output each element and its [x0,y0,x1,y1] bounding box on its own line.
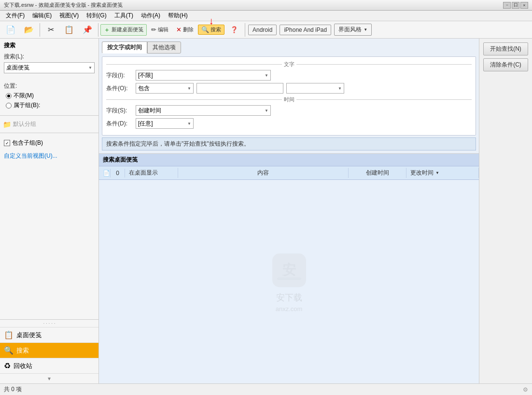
sidebar-search-dropdown[interactable]: 桌面便笺 ▼ [4,62,95,73]
search-status-hint: 搜索条件指定完毕后，请单击"开始查找"按钮执行搜索。 [102,137,476,150]
edit-icon: ✏ [151,26,156,33]
time-condition-label: 条件(D): [106,120,133,128]
include-subgroup-checkbox[interactable]: ✓ 包含子组(B) [4,139,95,147]
condition-row: 条件(O): 包含 ▼ ▼ [106,83,472,94]
sidebar-nav-search[interactable]: 🔍 搜索 [0,342,98,358]
results-body: 安 安下载 anxz.com [99,180,479,383]
toolbar-edit-btn[interactable]: ✏ 编辑 [148,25,172,35]
sidebar-expand-icon[interactable]: ▾ [48,375,51,382]
default-group-item[interactable]: 📁 默认分组 [0,119,98,130]
main-layout: 搜索 搜索(L): 桌面便笺 ▼ 位置: 不限(M) 属于组(B): [0,39,532,383]
toolbar-info-btn[interactable]: ❓ [225,25,243,35]
content-with-right: 按文字或时间 其他选项 文字 字段(I): [不限] ▼ [99,39,532,383]
svg-text:安: 安 [281,262,296,277]
open-icon: 📂 [24,26,34,34]
time-condition-select[interactable]: [任意] ▼ [136,118,194,129]
toolbar-new-file-btn[interactable]: 📄 [2,24,19,36]
search-form: 文字 字段(I): [不限] ▼ 条件(O): 包含 ▼ [102,56,476,136]
cut-icon: ✂ [48,26,54,34]
info-icon: ❓ [230,26,238,33]
radio-unlimited-label: 不限(M) [14,92,34,100]
title-bar-buttons: － 口 × [503,2,528,9]
toolbar-search-btn[interactable]: 🔍 搜索 [198,25,224,35]
toolbar-interface-btn[interactable]: 界面风格 ▼ [334,24,372,36]
radio-unlimited-indicator [6,93,12,99]
android-label: Android [252,27,272,33]
field-label: 字段(I): [106,71,133,80]
time-condition-caret: ▼ [187,122,191,126]
radio-group-item[interactable]: 属于组(B): [6,101,95,109]
delete-icon: ✕ [176,26,182,33]
condition-extra-select[interactable]: ▼ [286,83,344,94]
toolbar-sep1 [40,23,40,37]
condition-select-caret: ▼ [187,86,191,91]
delete-label: 删除 [183,26,194,33]
toolbar-android-btn[interactable]: Android [248,25,277,35]
iphone-label: iPhone And iPad [284,27,327,33]
svg-rect-0 [272,254,306,287]
time-condition-select-value: [任意] [138,120,153,128]
condition-select-value: 包含 [138,84,150,93]
close-button[interactable]: × [520,2,528,9]
condition-label: 条件(O): [106,84,133,93]
custom-view-link[interactable]: 自定义当前视图(U)... [0,150,98,162]
toolbar-paste-btn[interactable]: 📌 [79,24,96,36]
radio-unlimited[interactable]: 不限(M) [6,92,95,100]
search-nav-icon: 🔍 [4,346,14,355]
menu-view[interactable]: 视图(V) [56,11,83,21]
field-select[interactable]: [不限] ▼ [136,70,271,81]
toolbar-iphone-btn[interactable]: iPhone And iPad [280,25,331,35]
include-subgroup-label: 包含子组(B) [12,139,43,147]
sidebar-nav-notes[interactable]: 📋 桌面便笺 [0,327,98,342]
col-file-icon: 📄 [99,169,111,177]
toolbar-open-btn[interactable]: 📂 [20,24,38,36]
time-field-select[interactable]: 创建时间 ▼ [136,105,271,116]
sidebar-search-label: 搜索(L): [4,53,95,61]
radio-group: 不限(M) 属于组(B): [6,92,95,109]
clear-conditions-button[interactable]: 清除条件(C) [483,58,528,71]
menu-action[interactable]: 动作(A) [137,11,164,21]
menu-goto[interactable]: 转到(G) [83,11,110,21]
paste-icon: 📌 [83,26,92,34]
search-btn-container: 🔍 搜索 ↓ [198,25,224,35]
condition-select[interactable]: 包含 ▼ [136,83,194,94]
search-panel: 按文字或时间 其他选项 文字 字段(I): [不限] ▼ [99,39,479,154]
menu-edit[interactable]: 编辑(E) [28,11,56,21]
menu-bar: 文件(F) 编辑(E) 视图(V) 转到(G) 工具(T) 动作(A) 帮助(H… [0,11,532,21]
time-field-label: 字段(S): [106,107,133,115]
condition-input[interactable] [196,83,283,94]
col-modified-sort-icon[interactable]: ▼ [435,171,439,175]
results-table-header: 📄 0 在桌面显示 内容 创建时间 更改时间 ▼ [99,166,479,180]
toolbar-new-note-btn[interactable]: ＋ 新建桌面便笺 [100,24,147,36]
toolbar-cut-btn[interactable]: ✂ [42,24,59,36]
minimize-button[interactable]: － [503,2,511,9]
recycle-nav-label: 回收站 [14,362,32,370]
sidebar: 搜索 搜索(L): 桌面便笺 ▼ 位置: 不限(M) 属于组(B): [0,39,99,383]
search-label: 搜索 [210,26,221,33]
watermark-url: anxz.com [276,305,303,313]
sidebar-location-label: 位置: [4,82,95,90]
sidebar-resize-handle[interactable]: · · · · · [0,320,98,327]
tab-other-options[interactable]: 其他选项 [147,41,181,54]
menu-tools[interactable]: 工具(T) [111,11,137,21]
col-modified: 更改时间 ▼ [406,168,479,178]
tab-text-time[interactable]: 按文字或时间 [102,41,147,54]
field-select-caret: ▼ [265,73,268,78]
toolbar-delete-btn[interactable]: ✕ 删除 [173,25,197,35]
sidebar-search-section: 搜索 搜索(L): 桌面便笺 ▼ [0,39,98,76]
menu-help[interactable]: 帮助(H) [164,11,192,21]
notes-nav-label: 桌面便笺 [16,331,42,340]
toolbar: 📄 📂 ✂ 📋 📌 ＋ 新建桌面便笺 ✏ 编辑 ✕ 删除 🔍 搜索 ↓ ❓ An… [0,21,532,39]
sidebar-nav-recycle[interactable]: ♻ 回收站 [0,358,98,373]
menu-file[interactable]: 文件(F) [2,11,28,21]
start-search-button[interactable]: 开始查找(N) [483,42,528,55]
toolbar-copy-btn[interactable]: 📋 [60,24,78,36]
col-created: 创建时间 [349,168,406,178]
time-field-row: 字段(S): 创建时间 ▼ [106,105,472,116]
time-field-select-value: 创建时间 [138,107,161,115]
watermark-logo-svg: 安 [270,251,308,290]
new-file-icon: 📄 [6,26,15,34]
sidebar-bottom-nav: · · · · · 📋 桌面便笺 🔍 搜索 ♻ 回收站 ▾ [0,319,98,383]
restore-button[interactable]: 口 [512,2,519,9]
search-icon: 🔍 [201,26,209,33]
